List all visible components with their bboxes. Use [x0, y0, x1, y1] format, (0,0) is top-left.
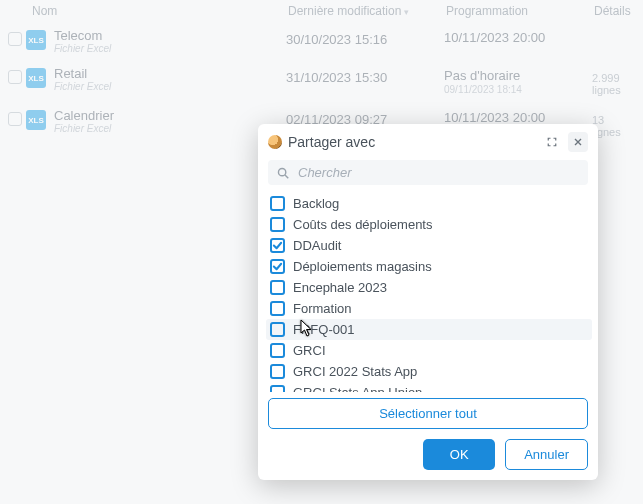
option-item[interactable]: Déploiements magasins [266, 256, 592, 277]
row-checkbox[interactable] [8, 112, 22, 126]
option-item[interactable]: Encephale 2023 [266, 277, 592, 298]
col-header-details[interactable]: Détails [594, 4, 635, 18]
option-label: FRFQ-001 [293, 322, 354, 337]
details-cell [592, 28, 635, 34]
file-type: Fichier Excel [54, 81, 111, 92]
option-item[interactable]: GRCI [266, 340, 592, 361]
xls-icon: XLS [26, 110, 46, 130]
option-item[interactable]: Formation [266, 298, 592, 319]
svg-point-0 [278, 168, 285, 175]
col-header-modified[interactable]: Dernière modification [288, 4, 446, 18]
select-all-button[interactable]: Sélectionner tout [268, 398, 588, 429]
file-name: Telecom [54, 28, 111, 43]
cancel-button[interactable]: Annuler [505, 439, 588, 470]
option-label: Formation [293, 301, 352, 316]
option-label: DDAudit [293, 238, 341, 253]
row-checkbox[interactable] [8, 70, 22, 84]
modified-cell: 30/10/2023 15:16 [286, 28, 444, 47]
file-table: Nom Dernière modification Programmation … [0, 0, 643, 144]
option-item[interactable]: Backlog [266, 193, 592, 214]
globe-icon [268, 135, 282, 149]
file-type: Fichier Excel [54, 43, 111, 54]
option-label: Encephale 2023 [293, 280, 387, 295]
xls-icon: XLS [26, 68, 46, 88]
option-item[interactable]: Coûts des déploiements [266, 214, 592, 235]
checkbox[interactable] [270, 196, 285, 211]
option-label: GRCI 2022 Stats App [293, 364, 417, 379]
programming-cell: 10/11/2023 20:00 [444, 110, 592, 125]
file-type: Fichier Excel [54, 123, 114, 134]
modified-cell: 31/10/2023 15:30 [286, 66, 444, 85]
option-label: Backlog [293, 196, 339, 211]
programming-cell: Pas d'horaire [444, 68, 592, 83]
programming-sub: 09/11/2023 18:14 [444, 84, 592, 95]
checkbox[interactable] [270, 259, 285, 274]
search-input[interactable] [298, 165, 580, 180]
ok-button[interactable]: OK [423, 439, 495, 470]
search-row[interactable] [268, 160, 588, 185]
file-name: Retail [54, 66, 111, 81]
share-dialog: Partager avec BacklogCoûts des déploieme… [258, 124, 598, 480]
details-cell: 2.999 lignes [592, 66, 635, 96]
expand-icon[interactable] [542, 132, 562, 152]
dialog-header: Partager avec [258, 124, 598, 158]
options-list: BacklogCoûts des déploiementsDDAuditDépl… [258, 191, 598, 392]
table-row[interactable]: XLSRetailFichier Excel31/10/2023 15:30Pa… [0, 60, 643, 102]
option-label: GRCI [293, 343, 326, 358]
dialog-footer: Sélectionner tout OK Annuler [258, 392, 598, 480]
row-checkbox[interactable] [8, 32, 22, 46]
col-header-name[interactable]: Nom [28, 4, 288, 18]
option-label: Déploiements magasins [293, 259, 432, 274]
option-item[interactable]: FRFQ-001 [266, 319, 592, 340]
details-cell: 13 lignes [592, 108, 635, 138]
option-item[interactable]: GRCI Stats App Union [266, 382, 592, 392]
search-icon [276, 166, 290, 180]
checkbox[interactable] [270, 280, 285, 295]
table-header-row: Nom Dernière modification Programmation … [0, 0, 643, 22]
dialog-title: Partager avec [288, 134, 536, 150]
checkbox[interactable] [270, 364, 285, 379]
button-row: OK Annuler [268, 439, 588, 470]
option-label: GRCI Stats App Union [293, 385, 422, 392]
checkbox[interactable] [270, 385, 285, 392]
table-row[interactable]: XLSTelecomFichier Excel30/10/2023 15:161… [0, 22, 643, 60]
checkbox[interactable] [270, 343, 285, 358]
checkbox[interactable] [270, 322, 285, 337]
option-label: Coûts des déploiements [293, 217, 432, 232]
checkbox[interactable] [270, 301, 285, 316]
col-header-programming[interactable]: Programmation [446, 4, 594, 18]
xls-icon: XLS [26, 30, 46, 50]
close-icon[interactable] [568, 132, 588, 152]
option-item[interactable]: DDAudit [266, 235, 592, 256]
option-item[interactable]: GRCI 2022 Stats App [266, 361, 592, 382]
checkbox[interactable] [270, 217, 285, 232]
file-name: Calendrier [54, 108, 114, 123]
checkbox[interactable] [270, 238, 285, 253]
programming-cell: 10/11/2023 20:00 [444, 30, 592, 45]
